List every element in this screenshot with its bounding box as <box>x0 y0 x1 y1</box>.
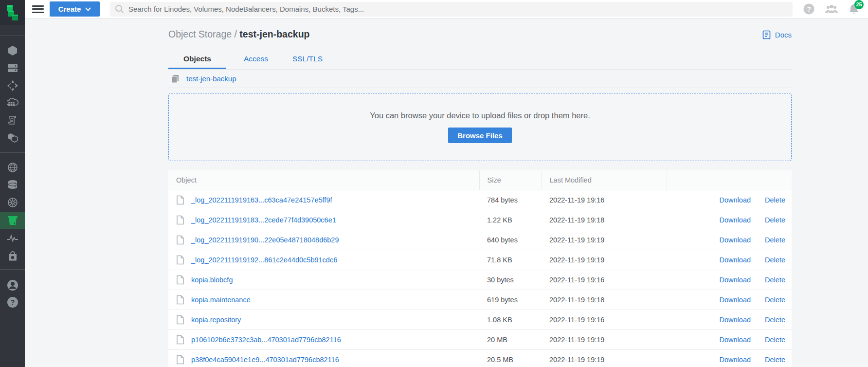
download-link[interactable]: Download <box>720 316 751 324</box>
search-input[interactable] <box>128 5 788 13</box>
sidebar-divider <box>0 36 25 36</box>
create-button[interactable]: Create <box>50 1 100 17</box>
topbar-icons: ? 25 <box>803 3 859 15</box>
sidebar-item-kubernetes[interactable] <box>0 194 25 211</box>
sidebar-item-account[interactable] <box>0 276 25 294</box>
download-link[interactable]: Download <box>720 276 751 284</box>
delete-link[interactable]: Delete <box>765 356 785 364</box>
create-button-label: Create <box>58 5 81 13</box>
table-row: kopia.blobcfg 30 bytes 2022-11-19 19:16 … <box>168 270 792 290</box>
marketplace-icon <box>7 251 18 261</box>
download-link[interactable]: Download <box>720 256 751 264</box>
object-last-modified: 2022-11-19 19:19 <box>542 330 667 349</box>
search-bar[interactable] <box>110 2 793 17</box>
table-row: p106102b6e3732c3ab...470301ad7796cb82116… <box>168 330 792 349</box>
docs-icon <box>762 30 771 39</box>
object-name-link[interactable]: kopia.blobcfg <box>191 276 233 284</box>
tab-objects[interactable]: Objects <box>168 50 226 69</box>
notification-badge: 25 <box>854 0 864 9</box>
object-name-link[interactable]: _log_2022111919183...2cede77f4d39050c6e1 <box>191 216 336 224</box>
column-header-last-modified: Last Modified <box>542 170 667 190</box>
download-link[interactable]: Download <box>720 356 751 364</box>
object-size: 784 bytes <box>479 190 542 210</box>
linode-logo[interactable] <box>0 0 25 25</box>
volumes-icon <box>7 63 18 73</box>
object-last-modified: 2022-11-19 19:18 <box>542 290 667 310</box>
svg-text:?: ? <box>10 298 15 306</box>
object-name-link[interactable]: _log_2022111919190...22e05e48718048d6b29 <box>191 236 339 244</box>
hamburger-menu-icon[interactable] <box>32 4 44 14</box>
sidebar-item-images[interactable] <box>0 129 25 147</box>
object-last-modified: 2022-11-19 19:19 <box>542 349 667 367</box>
download-link[interactable]: Download <box>720 196 751 204</box>
bucket-path-link[interactable]: test-jen-backup <box>186 74 236 83</box>
breadcrumb-section[interactable]: Object Storage <box>168 29 232 39</box>
notifications-button[interactable]: 25 <box>849 3 859 15</box>
docs-link[interactable]: Docs <box>762 30 792 39</box>
download-link[interactable]: Download <box>720 216 751 224</box>
tab-ssl-tls[interactable]: SSL/TLS <box>284 50 331 69</box>
delete-link[interactable]: Delete <box>765 236 785 244</box>
upload-dropzone[interactable]: You can browse your device to upload fil… <box>168 93 792 161</box>
table-row: kopia.maintenance 619 bytes 2022-11-19 1… <box>168 290 792 310</box>
stackscripts-icon <box>7 115 18 126</box>
tab-access[interactable]: Access <box>235 50 277 69</box>
community-people-icon <box>825 4 838 14</box>
objects-table: Object Size Last Modified _log_202211191… <box>168 170 792 367</box>
browse-files-button[interactable]: Browse Files <box>448 128 512 143</box>
delete-link[interactable]: Delete <box>765 296 785 304</box>
main-content: Object Storage / test-jen-backup Docs Ob… <box>25 18 868 367</box>
community-button[interactable] <box>825 4 838 14</box>
sidebar-item-stackscripts[interactable] <box>0 111 25 129</box>
sidebar-item-firewalls[interactable] <box>0 94 25 111</box>
sidebar-item-linodes[interactable] <box>0 42 25 59</box>
sidebar-item-nodebalancers[interactable] <box>0 77 25 94</box>
download-link[interactable]: Download <box>720 236 751 244</box>
column-header-object: Object <box>168 170 479 190</box>
table-row: _log_2022111919192...861c2e44d0c5b91cdc6… <box>168 250 792 270</box>
table-row: _log_2022111919190...22e05e48718048d6b29… <box>168 230 792 250</box>
delete-link[interactable]: Delete <box>765 276 785 284</box>
chevron-down-icon <box>85 7 91 11</box>
sidebar-item-marketplace[interactable] <box>0 247 25 265</box>
breadcrumb-separator: / <box>232 29 239 39</box>
sidebar-item-volumes[interactable] <box>0 59 25 77</box>
object-name-link[interactable]: kopia.repository <box>191 316 241 324</box>
sidebar-item-longview[interactable] <box>0 229 25 247</box>
topbar: Create ? 25 <box>25 0 868 18</box>
copy-icon[interactable] <box>170 74 180 84</box>
sidebar-item-object-storage[interactable] <box>0 212 25 229</box>
sidebar-item-domains[interactable] <box>0 159 25 176</box>
delete-link[interactable]: Delete <box>765 196 785 204</box>
domains-icon <box>7 162 18 173</box>
help-menu-button[interactable]: ? <box>803 3 814 15</box>
delete-link[interactable]: Delete <box>765 336 785 344</box>
file-icon <box>176 275 184 285</box>
databases-icon <box>7 180 18 190</box>
file-icon <box>176 195 184 205</box>
table-header-row: Object Size Last Modified <box>168 170 792 190</box>
object-last-modified: 2022-11-19 19:18 <box>542 210 667 230</box>
firewalls-icon <box>7 98 18 107</box>
object-name-link[interactable]: kopia.maintenance <box>191 296 251 304</box>
delete-link[interactable]: Delete <box>765 256 785 264</box>
breadcrumb: Object Storage / test-jen-backup <box>168 29 792 40</box>
object-size: 1.08 KB <box>479 310 542 330</box>
delete-link[interactable]: Delete <box>765 316 785 324</box>
object-name-link[interactable]: p106102b6e3732c3ab...470301ad7796cb82116 <box>191 336 341 344</box>
svg-text:?: ? <box>807 5 811 13</box>
bucket-path-row: test-jen-backup <box>168 70 792 88</box>
file-icon <box>176 335 184 345</box>
download-link[interactable]: Download <box>720 336 751 344</box>
object-size: 20.5 MB <box>479 349 542 367</box>
object-name-link[interactable]: p38f0e4ca59041e1e9...470301ad7796cb82116 <box>191 356 339 364</box>
object-last-modified: 2022-11-19 19:16 <box>542 270 667 290</box>
sidebar-item-databases[interactable] <box>0 176 25 194</box>
object-name-link[interactable]: _log_2022111919163...c63ca47e24157e5ff9f <box>191 196 332 204</box>
download-link[interactable]: Download <box>720 296 751 304</box>
object-table-body: _log_2022111919163...c63ca47e24157e5ff9f… <box>168 190 792 367</box>
sidebar-item-help[interactable]: ? <box>0 294 25 311</box>
nodebalancers-icon <box>7 80 18 91</box>
object-name-link[interactable]: _log_2022111919192...861c2e44d0c5b91cdc6 <box>191 256 337 264</box>
delete-link[interactable]: Delete <box>765 216 785 224</box>
